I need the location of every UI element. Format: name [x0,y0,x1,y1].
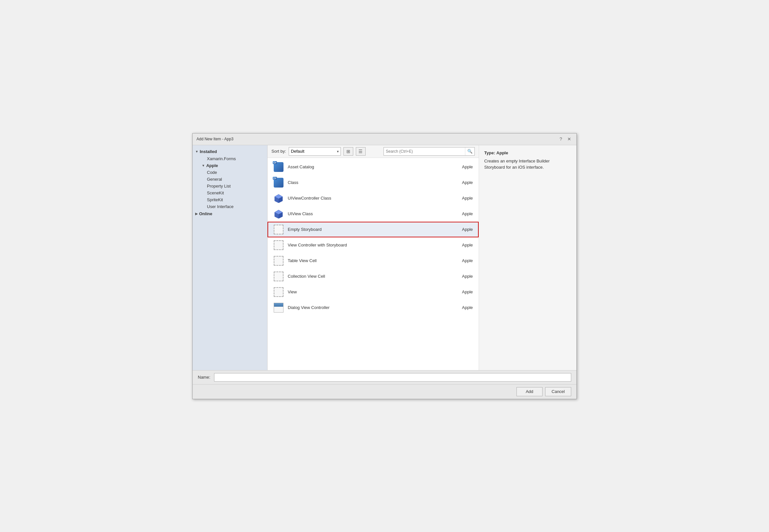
list-item[interactable]: C# Asset Catalog Apple [268,159,479,175]
item-type: Apple [447,196,473,201]
item-type: Apple [447,305,473,310]
item-name: UIView Class [288,211,443,216]
toolbar: Sort by: Default Name Type ⊞ ☰ [268,145,479,158]
sort-label: Sort by: [272,149,286,154]
item-icon-view-controller-storyboard [273,240,284,250]
add-new-item-dialog: Add New Item - App3 ? ✕ ▼ Installed Xama… [192,133,577,399]
list-icon: ☰ [358,149,363,154]
item-icon-view [273,287,284,297]
search-input[interactable] [384,149,465,154]
list-item-empty-storyboard[interactable]: Empty Storyboard Apple [268,222,479,237]
items-list: C# Asset Catalog Apple C# Class [268,158,479,370]
apple-subsection[interactable]: ▼ Apple [193,162,267,169]
online-chevron: ▶ [195,212,198,216]
item-icon-storyboard [273,224,284,235]
grid-icon: ⊞ [346,149,350,154]
item-name: Table View Cell [288,258,443,263]
grid-view-button[interactable]: ⊞ [343,147,353,156]
sort-select[interactable]: Default Name Type [289,147,341,156]
sidebar-item-scenekit[interactable]: SceneKit [193,189,267,196]
info-type: Type: Apple [484,150,571,155]
list-item[interactable]: UIViewController Class Apple [268,190,479,206]
item-type: Apple [447,243,473,247]
installed-label: Installed [200,149,217,154]
type-value: Apple [496,150,508,155]
title-bar: Add New Item - App3 ? ✕ [193,133,576,145]
item-name: View [288,289,443,294]
sidebar-item-general[interactable]: General [193,176,267,183]
add-button[interactable]: Add [516,387,542,396]
title-bar-controls: ? ✕ [558,136,572,142]
content-area: Sort by: Default Name Type ⊞ ☰ [268,145,479,370]
installed-chevron: ▼ [195,150,199,153]
item-icon-uiview [273,209,284,219]
online-label: Online [199,211,212,216]
list-item[interactable]: View Controller with Storyboard Apple [268,237,479,253]
help-button[interactable]: ? [558,136,563,142]
search-box: 🔍 [384,147,475,156]
sort-select-wrapper: Default Name Type [289,147,341,156]
list-item[interactable]: Collection View Cell Apple [268,269,479,284]
item-name: UIViewController Class [288,196,443,201]
item-type: Apple [447,258,473,263]
type-label: Type: [484,150,495,155]
item-type: Apple [447,274,473,279]
sidebar-item-code[interactable]: Code [193,169,267,176]
item-icon-uiviewcontroller [273,193,284,203]
item-icon-collection-view-cell [273,271,284,282]
sidebar-item-property-list[interactable]: Property List [193,183,267,189]
item-type: Apple [447,164,473,169]
sidebar-item-spritekit[interactable]: SpriteKit [193,196,267,203]
bottom-bar: Name: [193,370,576,384]
bottom-buttons: Add Cancel [193,384,576,399]
item-name: View Controller with Storyboard [288,243,443,247]
list-item[interactable]: UIView Class Apple [268,206,479,222]
info-panel: Type: Apple Creates an empty Interface B… [479,145,576,370]
name-label: Name: [198,375,210,380]
search-icon: 🔍 [467,149,472,154]
sidebar: ▼ Installed Xamarin.Forms ▼ Apple Code G… [193,145,268,370]
item-type: Apple [447,227,473,232]
item-name: Empty Storyboard [288,227,443,232]
dialog-title: Add New Item - App3 [197,137,233,141]
cancel-button[interactable]: Cancel [545,387,571,396]
dialog-body: ▼ Installed Xamarin.Forms ▼ Apple Code G… [193,145,576,370]
online-section[interactable]: ▶ Online [193,210,267,217]
sidebar-item-user-interface[interactable]: User Interface [193,203,267,210]
list-item[interactable]: C# Class Apple [268,175,479,190]
item-name: Asset Catalog [288,164,443,169]
apple-chevron: ▼ [202,164,205,167]
item-icon-dialog-view-controller [273,302,284,313]
apple-label: Apple [206,163,218,168]
item-type: Apple [447,289,473,294]
item-name: Collection View Cell [288,274,443,279]
name-input[interactable] [214,373,571,382]
item-icon-class: C# [273,177,284,188]
item-icon-catalog: C# [273,162,284,172]
item-name: Dialog View Controller [288,305,443,310]
item-type: Apple [447,211,473,216]
item-type: Apple [447,180,473,185]
list-item[interactable]: View Apple [268,284,479,300]
item-icon-table-view-cell [273,256,284,266]
list-item[interactable]: Dialog View Controller Apple [268,300,479,315]
close-button[interactable]: ✕ [566,136,572,142]
installed-section[interactable]: ▼ Installed [193,148,267,155]
info-description: Creates an empty Interface Builder Story… [484,158,571,171]
search-button[interactable]: 🔍 [465,147,474,155]
list-view-button[interactable]: ☰ [356,147,366,156]
item-name: Class [288,180,443,185]
list-item[interactable]: Table View Cell Apple [268,253,479,269]
sidebar-item-xamarin[interactable]: Xamarin.Forms [193,155,267,162]
